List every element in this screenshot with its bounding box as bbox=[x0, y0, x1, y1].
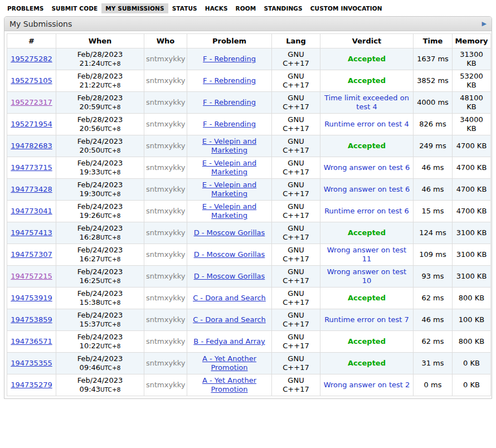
submissions-tbody: 195275282 Feb/28/2023 21:24UTC+8 sntmxyk… bbox=[7, 48, 491, 396]
nav-item-hacks[interactable]: HACKS bbox=[201, 3, 232, 13]
language-label: GNU C++17 bbox=[283, 376, 309, 394]
who-cell: sntmxykky bbox=[144, 70, 187, 92]
verdict-cell: Accepted bbox=[320, 70, 414, 92]
submission-id-link[interactable]: 194735279 bbox=[11, 381, 52, 389]
submission-id-link[interactable]: 194736571 bbox=[11, 337, 52, 345]
memory-cell: 100 KB bbox=[453, 309, 491, 331]
user-handle[interactable]: sntmxykky bbox=[146, 272, 185, 280]
timezone-label: UTC+8 bbox=[100, 212, 120, 219]
user-handle[interactable]: sntmxykky bbox=[146, 359, 185, 367]
nav-item-custom-invocation[interactable]: CUSTOM INVOCATION bbox=[307, 3, 386, 13]
user-handle[interactable]: sntmxykky bbox=[146, 228, 185, 237]
timezone-label: UTC+8 bbox=[100, 169, 120, 176]
problem-link[interactable]: D - Moscow Gorillas bbox=[194, 250, 265, 259]
verdict-text: Wrong answer on test 6 bbox=[324, 185, 410, 193]
submission-id-link[interactable]: 194753919 bbox=[11, 294, 52, 302]
submission-id-link[interactable]: 194782683 bbox=[11, 142, 52, 150]
memory-cell: 0 KB bbox=[453, 353, 491, 374]
user-handle[interactable]: sntmxykky bbox=[146, 98, 185, 106]
submission-date: Feb/24/2023 bbox=[58, 137, 142, 146]
user-handle[interactable]: sntmxykky bbox=[146, 163, 185, 172]
user-handle[interactable]: sntmxykky bbox=[146, 142, 185, 150]
timezone-label: UTC+8 bbox=[100, 82, 120, 89]
verdict-cell: Runtime error on test 7 bbox=[320, 309, 414, 331]
nav-item-standings[interactable]: STANDINGS bbox=[260, 3, 306, 13]
submission-time: 21:24UTC+8 bbox=[58, 59, 142, 68]
header-row: # When Who Problem Lang Verdict Time Mem… bbox=[7, 34, 491, 48]
submission-date: Feb/28/2023 bbox=[58, 94, 142, 103]
nav-item-room[interactable]: ROOM bbox=[232, 3, 260, 13]
lang-cell: GNU C++17 bbox=[272, 288, 320, 309]
submission-id-link[interactable]: 195275105 bbox=[11, 76, 52, 85]
problem-link[interactable]: F - Rebrending bbox=[203, 98, 256, 106]
user-handle[interactable]: sntmxykky bbox=[146, 55, 185, 63]
when-cell: Feb/24/2023 19:33UTC+8 bbox=[56, 157, 144, 179]
problem-link[interactable]: E - Velepin and Marketing bbox=[202, 159, 256, 176]
verdict-text: Accepted bbox=[348, 76, 386, 85]
nav-item-problems[interactable]: PROBLEMS bbox=[3, 3, 47, 13]
submission-id-link[interactable]: 194773041 bbox=[11, 207, 52, 215]
timezone-label: UTC+8 bbox=[100, 125, 120, 132]
user-handle[interactable]: sntmxykky bbox=[146, 294, 185, 302]
user-handle[interactable]: sntmxykky bbox=[146, 337, 185, 345]
problem-link[interactable]: D - Moscow Gorillas bbox=[194, 272, 265, 280]
problem-cell: F - Rebrending bbox=[187, 70, 272, 92]
user-handle[interactable]: sntmxykky bbox=[146, 120, 185, 128]
problem-link[interactable]: B - Fedya and Array bbox=[193, 337, 265, 345]
exec-time-cell: 46 ms bbox=[414, 309, 453, 331]
nav-item-status[interactable]: STATUS bbox=[168, 3, 201, 13]
who-cell: sntmxykky bbox=[144, 92, 187, 114]
submission-id-link[interactable]: 194757215 bbox=[11, 272, 52, 280]
submission-id-link[interactable]: 194735355 bbox=[11, 359, 52, 367]
user-handle[interactable]: sntmxykky bbox=[146, 207, 185, 215]
lang-cell: GNU C++17 bbox=[272, 70, 320, 92]
problem-link[interactable]: E - Velepin and Marketing bbox=[202, 137, 256, 154]
submission-id-cell: 194757413 bbox=[7, 222, 56, 244]
timezone-label: UTC+8 bbox=[100, 256, 120, 262]
problem-link[interactable]: D - Moscow Gorillas bbox=[194, 228, 265, 237]
language-label: GNU C++17 bbox=[283, 50, 309, 68]
problem-link[interactable]: A - Yet Another Promotion bbox=[202, 376, 256, 393]
memory-cell: 34000 KB bbox=[453, 114, 491, 135]
user-handle[interactable]: sntmxykky bbox=[146, 250, 185, 259]
problem-link[interactable]: F - Rebrending bbox=[203, 120, 256, 128]
submission-id-link[interactable]: 195275282 bbox=[11, 55, 52, 63]
user-handle[interactable]: sntmxykky bbox=[146, 315, 185, 324]
when-cell: Feb/24/2023 19:30UTC+8 bbox=[56, 179, 144, 201]
column-header-number: # bbox=[7, 34, 56, 48]
problem-link[interactable]: F - Rebrending bbox=[203, 76, 256, 85]
user-handle[interactable]: sntmxykky bbox=[146, 76, 185, 85]
submission-id-link[interactable]: 195271954 bbox=[11, 120, 52, 128]
problem-link[interactable]: C - Dora and Search bbox=[193, 294, 266, 302]
lang-cell: GNU C++17 bbox=[272, 331, 320, 353]
exec-time-cell: 124 ms bbox=[414, 222, 453, 244]
who-cell: sntmxykky bbox=[144, 374, 187, 396]
submission-id-link[interactable]: 194773715 bbox=[11, 163, 52, 172]
submission-id-link[interactable]: 194753859 bbox=[11, 315, 52, 324]
timezone-label: UTC+8 bbox=[100, 191, 120, 197]
submission-date: Feb/24/2023 bbox=[58, 181, 142, 189]
column-header-when: When bbox=[56, 34, 144, 48]
problem-link[interactable]: C - Dora and Search bbox=[193, 315, 266, 324]
nav-item-submit-code[interactable]: SUBMIT CODE bbox=[47, 3, 101, 13]
memory-cell: 48100 KB bbox=[453, 92, 491, 114]
expand-arrow-icon[interactable]: ▶ bbox=[482, 21, 487, 27]
submissions-table-wrap: # When Who Problem Lang Verdict Time Mem… bbox=[4, 31, 492, 398]
nav-item-my-submissions[interactable]: MY SUBMISSIONS bbox=[101, 3, 168, 13]
problem-link[interactable]: F - Rebrending bbox=[203, 55, 256, 63]
submission-id-link[interactable]: 194757413 bbox=[11, 228, 52, 237]
problem-cell: B - Fedya and Array bbox=[187, 331, 272, 353]
problem-link[interactable]: E - Velepin and Marketing bbox=[202, 202, 256, 220]
user-handle[interactable]: sntmxykky bbox=[146, 185, 185, 193]
submission-id-link[interactable]: 194773428 bbox=[11, 185, 52, 193]
submission-date: Feb/24/2023 bbox=[58, 333, 142, 342]
memory-cell: 4700 KB bbox=[453, 201, 491, 222]
submission-id-link[interactable]: 195272317 bbox=[11, 98, 52, 106]
problem-link[interactable]: E - Velepin and Marketing bbox=[202, 181, 256, 198]
problem-link[interactable]: A - Yet Another Promotion bbox=[202, 354, 256, 372]
submission-id-link[interactable]: 194757307 bbox=[11, 250, 52, 259]
when-cell: Feb/24/2023 09:43UTC+8 bbox=[56, 374, 144, 396]
user-handle[interactable]: sntmxykky bbox=[146, 381, 185, 389]
submission-id-cell: 194782683 bbox=[7, 135, 56, 157]
exec-time-cell: 46 ms bbox=[414, 179, 453, 201]
